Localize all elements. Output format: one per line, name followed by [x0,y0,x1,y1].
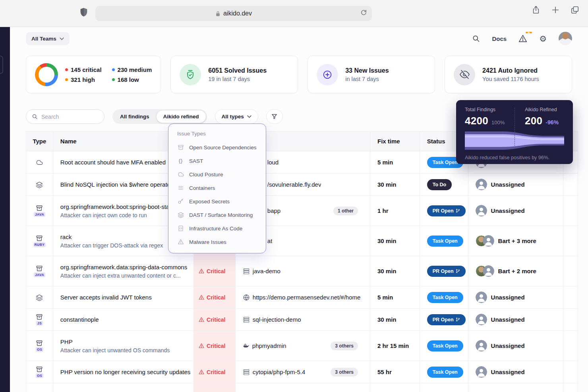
finding-description: Attacker can trigger DOS-attack via rege… [60,242,163,249]
dropdown-item-cloud-posture[interactable]: Cloud Posture [168,168,266,181]
ecosystem-label: OS [36,347,43,352]
search-icon[interactable] [472,35,480,42]
aikido-refined-tab[interactable]: Aikido refined [156,110,206,123]
assignee-name: Bart + 3 more [498,238,536,244]
table-row[interactable]: JAVA org.springframework.data:spring-dat… [26,256,578,286]
assignee-name: Unassigned [491,316,525,323]
browser-chrome: aikido.dev [0,0,588,27]
table-row[interactable]: Blind NoSQL injection via $where operato… [26,174,578,196]
dropdown-item-containers[interactable]: Containers [168,181,266,195]
fix-time: 55 hr [377,369,392,375]
dropdown-item-open-source-dependencies[interactable]: Open Source Dependencies [168,141,266,154]
settings-button[interactable]: ⚙ [539,35,547,43]
status-badge[interactable]: Task Open [427,340,463,351]
finding-description: Attacker can inject extra unwanted conte… [60,272,186,279]
url-bar[interactable]: aikido.dev [95,6,372,21]
aikido-refined-pct: -96% [545,119,559,126]
screen: aikido.dev All Teams [0,0,588,392]
assignee[interactable]: Unassigned [476,292,525,303]
package-icon [36,265,43,272]
user-avatar[interactable] [559,32,572,45]
assignee[interactable]: Bart + 2 more [476,265,536,277]
all-findings-tab[interactable]: All findings [113,110,156,123]
all-types-label: All types [222,114,244,120]
auto-ignored-card: 2421 Auto Ignored You saved 1176 hours [445,56,572,93]
container-layers-icon [177,185,184,191]
finding-name: Blind NoSQL injection via $where operato… [60,181,172,188]
layers-icon [36,181,43,188]
severity-cell [194,383,236,392]
legend-medium: 230 medium [112,66,152,73]
new-tab-button[interactable] [551,6,560,14]
fix-time: 30 min [377,268,397,274]
filter-funnel-button[interactable] [266,109,283,124]
tabs-overview-button[interactable] [571,6,579,14]
status-badge[interactable]: PR Open [427,205,466,216]
privacy-shield-icon [79,7,88,19]
assignee[interactable]: Unassigned [476,366,525,378]
git-branch-icon [456,269,460,273]
finding-description: Attacker can inject own code to run [60,212,169,218]
warning-triangle-icon [199,369,204,375]
total-findings-value: 4200 [465,115,488,127]
finding-name: constantinople [60,316,99,323]
docs-link[interactable]: Docs [492,35,507,42]
assignee[interactable]: Unassigned [476,179,525,190]
status-badge[interactable]: Task Open [427,367,463,378]
reload-button[interactable] [360,9,367,16]
table-row[interactable]: RUBY rack Attacker can trigger DOS-attac… [26,226,578,256]
table-row[interactable]: JS constantinople Critical sql-injection… [26,309,578,331]
target-name: bapp [267,207,280,214]
header-fix-time: Fix time [370,131,420,151]
status-badge[interactable]: PR Open [427,314,466,325]
dropdown-item-dast-surface-monitoring[interactable]: DAST / Surface Monitoring [168,208,266,222]
auto-ignored-title: 2421 Auto Ignored [482,67,539,74]
target-count-badge: 3 others [331,342,358,350]
team-selector[interactable]: All Teams [26,32,70,45]
search-field[interactable] [26,109,104,124]
status-badge[interactable]: Task Open [427,292,463,303]
assignee[interactable]: Unassigned [476,340,525,351]
repo-icon [243,268,250,275]
row-extra-cell [563,196,578,226]
severity-cell: Critical [194,309,236,330]
collapsed-sidebar[interactable] [0,27,10,392]
warning-triangle-icon [518,35,527,42]
notification-badge: 6 [526,32,532,33]
table-row[interactable]: JAVA org.springframework.boot:spring-boo… [26,196,578,226]
table-row[interactable]: Server accepts invalid JWT tokens Critic… [26,286,578,309]
dropdown-item-sast[interactable]: {}SAST [168,154,266,168]
status-badge[interactable]: PR Open [427,266,466,277]
legend-critical: 145 critical [65,66,102,73]
warning-triangle-icon [199,268,204,274]
aikido-refined-value: 200 [525,115,542,127]
share-button[interactable] [532,6,540,14]
sidebar-handle[interactable] [0,56,3,74]
ecosystem-label: OS [36,373,43,378]
assignee-avatars [476,235,494,247]
stat-cards: 145 critical 230 medium 321 high 168 low… [26,56,572,93]
git-branch-icon [456,317,460,322]
table-row[interactable]: OS PHP version no longer receiving secur… [26,361,578,383]
assignee[interactable]: Bart + 3 more [476,235,536,247]
archive-box-icon [177,144,184,151]
status-badge[interactable]: To Do [427,179,452,190]
assignee-avatars [476,265,494,277]
dropdown-item-infrastructure-as-code[interactable]: Infrastructure As Code [168,222,266,235]
assignee[interactable]: Unassigned [476,205,525,216]
package-icon [36,235,43,242]
status-badge[interactable]: Task Open [427,236,463,247]
assignee[interactable]: Unassigned [476,314,525,325]
warning-triangle-icon [199,295,204,300]
table-row[interactable]: OS PHP Attacker can inject unwanted OS c… [26,331,578,361]
docker-icon [243,343,250,349]
dropdown-item-exposed-secrets[interactable]: Exposed Secrets [168,195,266,208]
dropdown-item-malware-issues[interactable]: Malware Issues [168,235,266,249]
table-row[interactable]: github.com/gofiber/fiber/v2 [26,383,578,392]
search-input[interactable] [41,114,93,120]
unassigned-avatar-icon [476,366,487,378]
severity-badge: Critical [199,343,225,349]
legend-high: 321 high [65,76,102,83]
all-types-dropdown-button[interactable]: All types [215,109,258,124]
notifications-button[interactable]: 6 [518,35,527,42]
